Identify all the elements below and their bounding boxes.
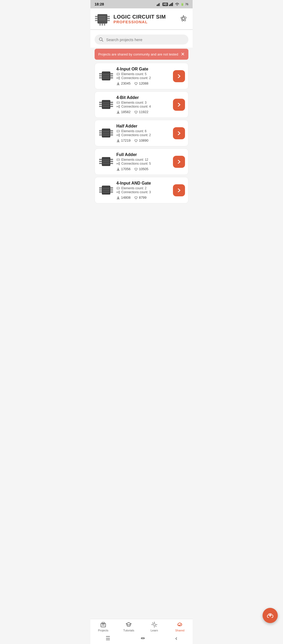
svg-rect-66 bbox=[110, 132, 113, 133]
settings-button[interactable] bbox=[178, 14, 188, 24]
project-chip-icon bbox=[98, 69, 114, 83]
download-icon bbox=[116, 82, 120, 85]
svg-rect-99 bbox=[99, 189, 102, 190]
svg-rect-0 bbox=[157, 5, 157, 6]
project-connections: Connections count: 2 bbox=[116, 133, 170, 137]
svg-rect-18 bbox=[104, 23, 105, 26]
app-subtitle: PROFESSIONAL bbox=[113, 20, 166, 24]
project-stats: 18582 11922 bbox=[116, 110, 170, 114]
svg-rect-26 bbox=[99, 73, 102, 74]
svg-point-109 bbox=[117, 192, 118, 193]
open-project-button[interactable] bbox=[173, 127, 185, 139]
project-card: 4-Bit Adder Elements count: 3 bbox=[95, 91, 188, 118]
svg-rect-100 bbox=[99, 191, 102, 192]
project-chip-icon bbox=[98, 155, 114, 169]
search-icon bbox=[99, 37, 104, 42]
svg-line-76 bbox=[118, 135, 119, 135]
app-title: LOGIC CIRCUIT SIM bbox=[113, 14, 166, 20]
project-name: Full Adder bbox=[116, 152, 170, 157]
logo-text: LOGIC CIRCUIT SIM PROFESSIONAL bbox=[113, 14, 166, 24]
svg-point-75 bbox=[119, 135, 120, 136]
arrow-right-icon bbox=[176, 187, 182, 193]
signal-icon-2 bbox=[169, 3, 174, 6]
svg-rect-3 bbox=[160, 3, 161, 6]
hd-badge: HD bbox=[162, 3, 168, 6]
arrow-right-icon bbox=[176, 73, 182, 79]
svg-rect-48 bbox=[110, 104, 113, 105]
svg-point-56 bbox=[119, 105, 120, 106]
arrow-right-icon bbox=[176, 102, 182, 108]
svg-rect-65 bbox=[110, 130, 113, 131]
svg-point-55 bbox=[117, 106, 118, 107]
svg-rect-30 bbox=[110, 75, 113, 76]
svg-point-110 bbox=[119, 191, 120, 192]
elements-icon bbox=[116, 186, 120, 190]
wifi-icon bbox=[175, 2, 179, 6]
project-elements: Elements count: 5 bbox=[116, 72, 170, 76]
connections-icon bbox=[116, 76, 120, 80]
project-connections: Connections count: 3 bbox=[116, 190, 170, 194]
logo-area: LOGIC CIRCUIT SIM PROFESSIONAL bbox=[93, 11, 166, 27]
search-container bbox=[90, 30, 193, 48]
like-icon bbox=[134, 139, 138, 142]
svg-rect-2 bbox=[159, 3, 160, 6]
project-card: 4-Input OR Gate Elements count: 5 bbox=[95, 63, 188, 89]
svg-point-93 bbox=[119, 164, 120, 165]
svg-rect-6 bbox=[171, 3, 172, 6]
open-project-button[interactable] bbox=[173, 99, 185, 111]
project-stats: 17056 10505 bbox=[116, 167, 170, 171]
alert-close-button[interactable]: ✕ bbox=[179, 52, 185, 57]
download-count: 14808 bbox=[116, 196, 130, 199]
status-time: 18:28 bbox=[95, 2, 104, 6]
project-elements: Elements count: 3 bbox=[116, 101, 170, 104]
svg-rect-79 bbox=[102, 157, 110, 166]
svg-line-112 bbox=[118, 192, 119, 192]
svg-rect-31 bbox=[110, 77, 113, 78]
download-count: 18582 bbox=[116, 110, 130, 114]
svg-rect-29 bbox=[110, 73, 113, 74]
open-project-button[interactable] bbox=[173, 184, 185, 196]
svg-rect-17 bbox=[102, 23, 103, 26]
app-header: LOGIC CIRCUIT SIM PROFESSIONAL bbox=[90, 8, 193, 30]
svg-rect-9 bbox=[98, 14, 107, 23]
project-info: 4-Input OR Gate Elements count: 5 bbox=[116, 67, 170, 85]
svg-line-77 bbox=[118, 135, 119, 136]
logo-chip-icon bbox=[93, 11, 111, 27]
svg-point-38 bbox=[119, 77, 120, 78]
download-icon bbox=[116, 196, 120, 199]
status-bar: 18:28 HD 🔋 76 bbox=[90, 0, 193, 8]
project-info: 4-Input AND Gate Elements count: 2 bbox=[116, 181, 170, 199]
project-elements: Elements count: 12 bbox=[116, 158, 170, 162]
svg-rect-10 bbox=[95, 16, 98, 17]
svg-point-39 bbox=[119, 78, 120, 79]
arrow-right-icon bbox=[176, 159, 182, 165]
svg-rect-5 bbox=[170, 4, 171, 6]
like-count: 10890 bbox=[134, 138, 148, 142]
svg-line-24 bbox=[102, 40, 103, 42]
project-card: Full Adder Elements count: 12 bbox=[95, 148, 188, 175]
svg-rect-64 bbox=[99, 134, 102, 135]
project-elements: Elements count: 2 bbox=[116, 186, 170, 190]
project-name: 4-Input AND Gate bbox=[116, 181, 170, 186]
project-elements: Elements count: 6 bbox=[116, 129, 170, 133]
svg-point-74 bbox=[119, 134, 120, 135]
svg-point-92 bbox=[119, 162, 120, 163]
open-project-button[interactable] bbox=[173, 70, 185, 82]
svg-rect-7 bbox=[172, 3, 173, 6]
svg-rect-4 bbox=[169, 5, 170, 6]
svg-line-94 bbox=[118, 163, 119, 164]
project-list: 4-Input OR Gate Elements count: 5 bbox=[90, 62, 193, 224]
project-connections: Connections count: 4 bbox=[116, 105, 170, 108]
download-count: 17219 bbox=[116, 138, 130, 142]
status-icons: HD 🔋 76 bbox=[157, 2, 188, 6]
svg-rect-49 bbox=[110, 106, 113, 107]
open-project-button[interactable] bbox=[173, 156, 185, 168]
connections-icon bbox=[116, 190, 120, 194]
download-icon bbox=[116, 110, 120, 114]
project-info: Half Adder Elements count: 6 bbox=[116, 124, 170, 142]
connections-icon bbox=[116, 162, 120, 165]
gear-icon bbox=[179, 15, 187, 23]
like-count: 12088 bbox=[134, 81, 148, 85]
svg-point-73 bbox=[117, 135, 118, 136]
search-input[interactable] bbox=[106, 37, 184, 42]
